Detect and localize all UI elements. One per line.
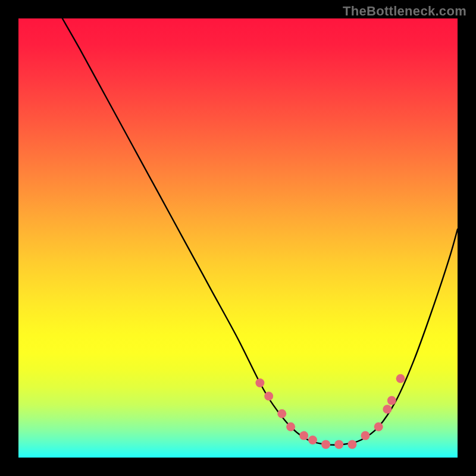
highlight-marker: [347, 440, 356, 449]
plot-area: [18, 18, 458, 458]
chart-frame: TheBottleneck.com: [0, 0, 476, 476]
highlight-marker: [374, 422, 383, 431]
watermark-text: TheBottleneck.com: [343, 4, 466, 19]
highlight-marker: [387, 396, 396, 405]
highlight-marker: [383, 405, 392, 414]
highlight-marker: [255, 378, 264, 387]
highlight-marker: [321, 440, 330, 449]
highlight-marker: [264, 392, 273, 400]
highlight-marker: [396, 374, 405, 383]
highlight-marker: [277, 409, 286, 418]
curve-svg: [18, 18, 458, 458]
highlight-marker: [334, 440, 343, 449]
highlight-marker: [299, 431, 308, 440]
highlight-marker: [308, 436, 317, 444]
highlight-marker: [361, 431, 370, 440]
highlight-marker: [286, 422, 295, 431]
